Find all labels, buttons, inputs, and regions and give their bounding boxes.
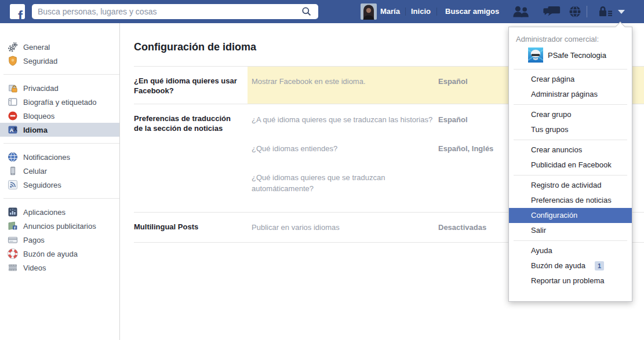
account-menu-caret-button[interactable] (618, 10, 625, 14)
business-name: PSafe Tecnologia (548, 51, 606, 60)
sidebar-item-label: Seguridad (23, 57, 57, 65)
setting-value: Español (435, 114, 468, 125)
sidebar-item-seguidores[interactable]: Seguidores (0, 178, 119, 192)
setting-value: Español, Inglés (435, 143, 493, 154)
messages-button[interactable] (543, 5, 561, 20)
setting-value: Español (435, 76, 468, 87)
setting-row-label: ¿En qué idioma quieres usar Facebook? (134, 67, 248, 104)
privacy-lock-icon (8, 83, 18, 93)
sidebar-item-buzon-de-ayuda[interactable]: Buzón de ayuda (0, 247, 119, 261)
nav-find-friends-link[interactable]: Buscar amigos (445, 7, 499, 16)
menu-item-tus-grupos[interactable]: Tus grupos (509, 122, 632, 137)
sidebar-item-label: Seguidores (23, 181, 61, 189)
profile-photo (361, 3, 377, 20)
support-inbox-count-badge: 1 (595, 261, 604, 270)
sidebar-item-anuncios[interactable]: f Anuncios publicitarios (0, 219, 119, 233)
menu-item-publicidad-en-facebook[interactable]: Publicidad en Facebook (509, 158, 632, 173)
sidebar-item-label: Bloqueos (23, 112, 54, 120)
settings-sidebar: General Seguridad Privacidad (0, 23, 120, 340)
menu-item-configuracion[interactable]: Configuración (509, 208, 632, 223)
sidebar-item-label: Celular (23, 167, 47, 176)
divider (587, 6, 587, 17)
menu-item-crear-anuncios[interactable]: Crear anuncios (509, 142, 632, 158)
menu-item-crear-pagina[interactable]: Crear página (509, 72, 632, 87)
support-icon (8, 248, 18, 259)
facebook-settings-page: f María Inicio Buscar amigos (0, 0, 644, 340)
nav-home-link[interactable]: Inicio (411, 7, 431, 16)
menu-item-psafe-tecnologia[interactable]: PSafe Tecnologia (509, 45, 632, 67)
apps-icon (8, 207, 18, 217)
divider (514, 240, 627, 241)
sidebar-item-notificaciones[interactable]: Notificaciones (0, 150, 119, 164)
sidebar-item-pagos[interactable]: Pagos (0, 233, 119, 247)
search-input[interactable] (32, 4, 294, 19)
setting-question-link[interactable]: Publicar en varios idiomas (252, 222, 435, 233)
menu-item-administrar-paginas[interactable]: Administrar páginas (509, 87, 632, 102)
sidebar-item-label: Pagos (23, 236, 45, 244)
menu-item-registro-de-actividad[interactable]: Registro de actividad (509, 178, 632, 193)
setting-row-label: Multilingual Posts (134, 213, 248, 242)
sidebar-item-label: Aplicaciones (23, 208, 66, 217)
setting-question-link[interactable]: ¿Qué idiomas quieres que se traduzcan au… (252, 172, 435, 194)
menu-item-reportar-un-problema[interactable]: Reportar un problema (509, 273, 632, 288)
privacy-shortcuts-button[interactable] (598, 6, 613, 20)
sidebar-item-aplicaciones[interactable]: Aplicaciones (0, 205, 119, 219)
mobile-icon (8, 166, 18, 176)
menu-item-buzon-de-ayuda[interactable]: Buzón de ayuda 1 (509, 258, 632, 273)
sidebar-item-label: Videos (23, 264, 46, 272)
facebook-logo[interactable]: f (10, 4, 25, 19)
timeline-icon (8, 97, 18, 107)
sidebar-item-label: Privacidad (23, 84, 59, 93)
business-admin-header: Administrador comercial: (509, 32, 632, 45)
globe-icon (8, 152, 18, 162)
profile-avatar[interactable] (361, 3, 377, 20)
menu-item-ayuda[interactable]: Ayuda (509, 243, 632, 258)
sidebar-item-idioma[interactable]: A Idioma (0, 123, 119, 137)
psafe-avatar-icon (528, 47, 543, 63)
payments-icon (8, 235, 18, 245)
menu-item-salir[interactable]: Salir (509, 223, 632, 238)
privacy-shortcuts-lock-icon (598, 6, 613, 17)
setting-question-link[interactable]: ¿Qué idiomas entiendes? (252, 143, 435, 154)
svg-text:A: A (9, 127, 13, 133)
menu-item-label: Buzón de ayuda (531, 261, 585, 270)
globe-icon (569, 5, 581, 18)
divider (514, 175, 627, 176)
top-navigation-bar: f María Inicio Buscar amigos (0, 0, 644, 23)
block-icon (8, 111, 18, 121)
sidebar-item-privacidad[interactable]: Privacidad (0, 81, 119, 95)
videos-icon (8, 262, 18, 273)
divider (3, 143, 119, 144)
notifications-button[interactable] (569, 5, 581, 20)
divider (3, 198, 119, 199)
menu-item-crear-grupo[interactable]: Crear grupo (509, 107, 632, 122)
divider (405, 8, 406, 16)
search-button[interactable] (295, 4, 318, 19)
setting-question-link[interactable]: Mostrar Facebook en este idioma. (252, 76, 435, 87)
divider (3, 74, 119, 75)
search-icon (301, 6, 312, 17)
sidebar-item-label: Anuncios publicitarios (23, 222, 96, 231)
shield-icon (8, 56, 18, 66)
sidebar-item-general[interactable]: General (0, 40, 119, 54)
sidebar-item-label: Biografía y etiquetado (23, 98, 96, 107)
ads-icon: f (8, 221, 18, 231)
sidebar-item-bloqueos[interactable]: Bloqueos (0, 109, 119, 123)
friends-icon (512, 5, 531, 18)
menu-item-preferencias-de-noticias[interactable]: Preferencias de noticias (509, 193, 632, 208)
setting-row-label: Preferencias de traducción de la sección… (134, 104, 248, 212)
followers-icon (8, 180, 18, 190)
sidebar-item-seguridad[interactable]: Seguridad (0, 54, 119, 68)
sidebar-item-biografia[interactable]: Biografía y etiquetado (0, 95, 119, 109)
setting-question-link[interactable]: ¿A qué idioma quieres que se traduzcan l… (252, 114, 435, 125)
setting-value: Desactivadas (435, 222, 486, 233)
nav-profile-link[interactable]: María (380, 7, 400, 16)
messages-icon (543, 5, 561, 18)
divider (514, 104, 627, 105)
friend-requests-button[interactable] (512, 5, 531, 20)
sidebar-item-videos[interactable]: Videos (0, 261, 119, 275)
sidebar-item-celular[interactable]: Celular (0, 164, 119, 178)
divider (514, 140, 627, 140)
language-icon: A (8, 125, 18, 135)
account-dropdown-menu: Administrador comercial: PSafe Tecnologi… (508, 27, 632, 302)
